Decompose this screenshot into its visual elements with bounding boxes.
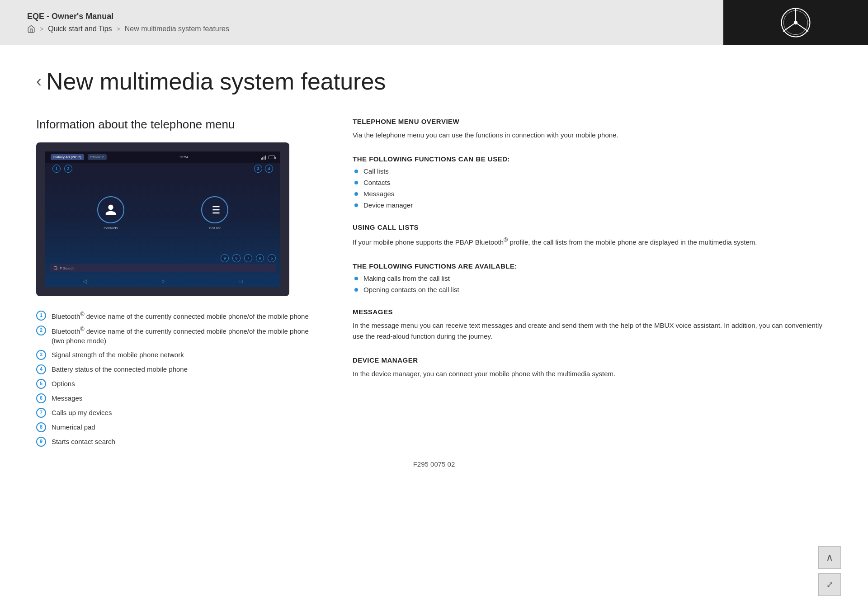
header-left: EQE - Owner's Manual > Quick start and T…	[27, 12, 229, 33]
nav-home[interactable]: ○	[161, 278, 165, 284]
battery-icon	[269, 156, 275, 159]
legend-text-1: Bluetooth® device name of the currently …	[52, 311, 309, 321]
section-title-messages: MESSAGES	[353, 308, 832, 316]
legend-text-5: Options	[52, 379, 75, 388]
legend-item-6: 6 Messages	[36, 393, 316, 403]
phone-status-bar: Galaxy A3 (2017) Phone 2 13:54	[45, 151, 280, 163]
legend-text-7: Calls up my devices	[52, 408, 112, 417]
phone-top-row: 1 2 3 4	[45, 163, 280, 175]
phone-main-icons: Contacts	[45, 175, 280, 251]
nav-back[interactable]: ◁	[83, 278, 87, 284]
indicator-2: 2	[64, 165, 72, 173]
bullet-dot-2	[354, 181, 358, 184]
section-title-telephone-overview: TELEPHONE MENU OVERVIEW	[353, 118, 832, 125]
list-item-opening-contacts: Opening contacts on the call list	[354, 286, 832, 293]
section-using-call-lists: USING CALL LISTS If your mobile phone su…	[353, 223, 832, 248]
indicator-7: 7	[244, 254, 252, 262]
header: EQE - Owner's Manual > Quick start and T…	[0, 0, 868, 45]
section-text-device-manager: In the device manager, you can connect y…	[353, 368, 832, 379]
section-title-following-functions: THE FOLLOWING FUNCTIONS CAN BE USED:	[353, 155, 832, 163]
function-call-lists: Call lists	[363, 167, 389, 175]
legend-item-8: 8 Numerical pad	[36, 422, 316, 432]
call-list-icon-circle	[201, 196, 228, 223]
svg-point-5	[794, 20, 797, 24]
left-column: Information about the telephone menu Gal…	[36, 118, 316, 447]
signal-bar-2	[262, 157, 263, 160]
section-messages: MESSAGES In the message menu you can rec…	[353, 308, 832, 342]
main-content: ‹ New multimedia system features Informa…	[0, 45, 868, 614]
search-placeholder: P Search	[60, 266, 75, 270]
svg-line-3	[783, 23, 796, 32]
legend-list: 1 Bluetooth® device name of the currentl…	[36, 311, 316, 447]
call-list-label: Call list	[209, 226, 221, 230]
signal-bar-3	[264, 156, 264, 160]
call-list-button[interactable]: Call list	[201, 196, 228, 230]
back-button[interactable]: ‹	[36, 73, 42, 90]
bottom-indicators-row: 9 8 7 6 5	[50, 254, 276, 262]
phone-tabs: Galaxy A3 (2017) Phone 2	[51, 154, 107, 160]
num-badge-3: 3	[36, 350, 46, 360]
fullscreen-button[interactable]: ⤢	[818, 573, 841, 596]
left-section-heading: Information about the telephone menu	[36, 118, 316, 132]
signal-bars	[261, 155, 266, 160]
indicator-3: 3	[254, 165, 262, 173]
footer-code: F295 0075 02	[413, 460, 455, 468]
section-text-messages: In the message menu you can receive text…	[353, 320, 832, 342]
section-text-using-call-lists: If your mobile phone supports the PBAP B…	[353, 236, 832, 248]
num-badge-8: 8	[36, 422, 46, 432]
phone-tab1: Galaxy A3 (2017)	[51, 154, 84, 160]
nav-recent[interactable]: □	[240, 278, 243, 284]
mercedes-logo	[780, 7, 811, 38]
phone-search-bar[interactable]: P Search	[50, 264, 276, 272]
svg-point-12	[54, 266, 57, 269]
functions-list: Call lists Contacts Messages Device mana…	[353, 167, 832, 209]
num-badge-7: 7	[36, 408, 46, 418]
legend-item-3: 3 Signal strength of the mobile phone ne…	[36, 350, 316, 360]
indicator-4: 4	[265, 165, 273, 173]
contacts-label: Contacts	[104, 226, 118, 230]
section-title-functions-available: THE FOLLOWING FUNCTIONS ARE AVAILABLE:	[353, 262, 832, 270]
indicator-5: 5	[268, 254, 276, 262]
indicator-9: 9	[221, 254, 229, 262]
contacts-button[interactable]: Contacts	[97, 196, 124, 230]
num-badge-1: 1	[36, 311, 46, 321]
indicator-6: 6	[256, 254, 264, 262]
top-left-indicators: 1 2	[52, 165, 72, 173]
phone-screen: Galaxy A3 (2017) Phone 2 13:54	[45, 151, 280, 287]
available-function-making-calls: Making calls from the call list	[363, 274, 450, 282]
legend-item-9: 9 Starts contact search	[36, 437, 316, 447]
legend-text-2: Bluetooth® device name of the currently …	[52, 326, 316, 345]
section-device-manager: DEVICE MANAGER In the device manager, yo…	[353, 356, 832, 379]
manual-title: EQE - Owner's Manual	[27, 12, 229, 21]
breadcrumb-item1[interactable]: Quick start and Tips	[48, 25, 112, 33]
header-right	[723, 0, 868, 45]
legend-text-9: Starts contact search	[52, 437, 115, 446]
list-item-device-manager: Device manager	[354, 201, 832, 209]
signal-bar-1	[261, 158, 262, 160]
two-column-layout: Information about the telephone menu Gal…	[36, 118, 832, 447]
function-messages: Messages	[363, 190, 394, 198]
section-title-using-call-lists: USING CALL LISTS	[353, 223, 832, 231]
svg-line-13	[57, 269, 57, 270]
num-badge-5: 5	[36, 379, 46, 389]
bullet-dot-5	[354, 277, 358, 280]
num-badge-4: 4	[36, 364, 46, 374]
function-contacts: Contacts	[363, 179, 390, 186]
scroll-top-button[interactable]: ∧	[818, 546, 841, 569]
breadcrumb-item2: New multimedia system features	[125, 25, 229, 33]
page-title: New multimedia system features	[46, 68, 386, 95]
section-following-functions: THE FOLLOWING FUNCTIONS CAN BE USED: Cal…	[353, 155, 832, 209]
logo-area	[723, 0, 868, 45]
breadcrumb: > Quick start and Tips > New multimedia …	[27, 25, 229, 33]
breadcrumb-sep2: >	[117, 25, 120, 33]
indicator-8: 8	[232, 254, 241, 262]
legend-text-6: Messages	[52, 393, 82, 403]
legend-text-4: Battery status of the connected mobile p…	[52, 364, 188, 374]
home-icon[interactable]	[27, 25, 35, 33]
bullet-dot-6	[354, 288, 358, 292]
section-functions-available: THE FOLLOWING FUNCTIONS ARE AVAILABLE: M…	[353, 262, 832, 293]
phone-signal-area	[261, 155, 275, 160]
svg-line-4	[796, 23, 808, 32]
legend-text-8: Numerical pad	[52, 422, 95, 432]
contacts-icon-circle	[97, 196, 124, 223]
